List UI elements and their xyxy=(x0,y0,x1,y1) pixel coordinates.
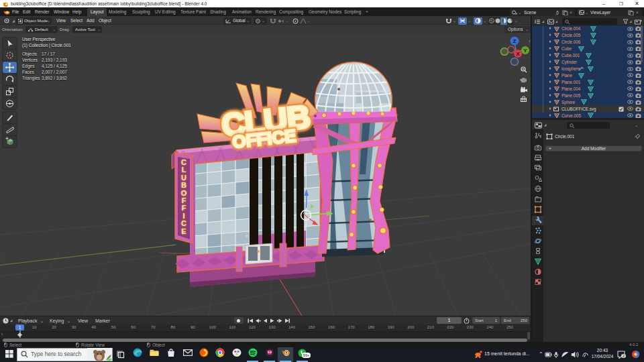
svg-text:Y: Y xyxy=(523,48,527,54)
svg-text:B: B xyxy=(181,181,186,189)
svg-text:L: L xyxy=(182,166,186,174)
svg-text:X: X xyxy=(516,51,520,57)
svg-text:C: C xyxy=(181,219,186,227)
svg-text:Z: Z xyxy=(513,38,517,44)
svg-text:E: E xyxy=(181,227,186,235)
svg-text:F: F xyxy=(182,204,186,212)
